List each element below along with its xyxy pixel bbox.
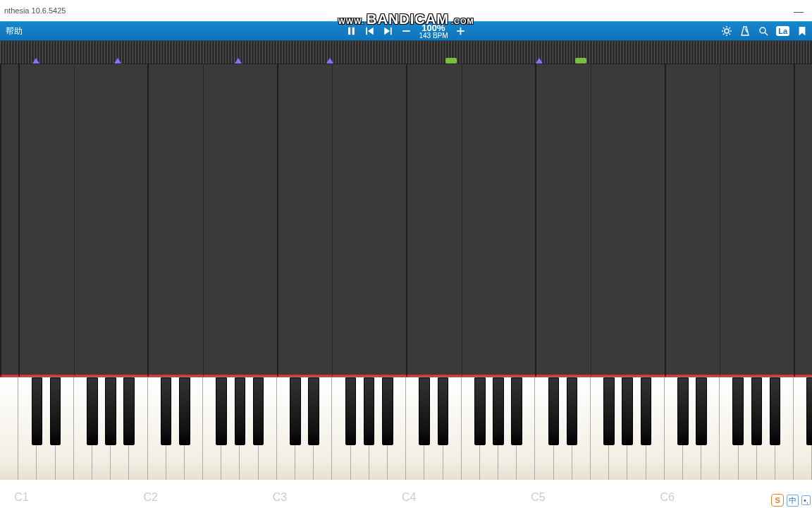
black-key[interactable] [732,377,744,445]
octave-labels: C1C2C3C4C5C6 [0,480,812,508]
black-key[interactable] [806,377,812,445]
notefall-gridline [74,64,75,377]
notefall-area[interactable] [0,64,812,377]
timeline-ruler[interactable] [0,41,812,64]
notefall-gridline [406,64,407,377]
notefall-gridline [0,64,1,377]
minimize-button[interactable]: — [794,6,804,17]
octave-label: C6 [660,491,675,504]
transport-controls: 100% 143 BPM [345,23,466,40]
black-key[interactable] [493,377,504,445]
notefall-gridline [18,64,20,377]
ime-punct[interactable]: •, [801,495,811,505]
black-key[interactable] [308,377,319,445]
svg-line-17 [730,28,731,29]
ruler-note [575,58,586,64]
svg-marker-22 [799,27,806,35]
black-key[interactable] [603,377,615,445]
svg-rect-0 [348,28,350,35]
notefall-gridline [591,64,591,377]
black-key[interactable] [253,377,264,445]
svg-line-14 [723,28,725,29]
black-key[interactable] [474,377,486,445]
notefall-gridline [462,64,462,377]
black-key[interactable] [382,377,393,445]
pause-button[interactable] [345,25,357,37]
ruler-marker [536,58,543,64]
octave-label: C5 [531,491,545,504]
white-keys [0,377,812,480]
svg-rect-1 [352,28,355,35]
prev-button[interactable] [364,25,375,37]
ime-mode[interactable]: 中 [787,495,799,507]
notefall-gridline [277,64,278,377]
svg-rect-8 [460,28,462,35]
ruler-ticks [0,41,812,64]
help-menu[interactable]: 帮助 [0,23,28,40]
white-key[interactable] [0,377,18,480]
black-key[interactable] [438,377,449,445]
svg-line-16 [723,34,725,35]
svg-rect-5 [390,28,392,35]
black-key[interactable] [32,377,43,445]
bookmark-icon[interactable] [796,25,808,37]
octave-label: C3 [273,491,287,504]
tempo-bpm: 143 BPM [419,32,448,40]
svg-line-15 [730,34,731,35]
black-key[interactable] [567,377,578,445]
black-key[interactable] [216,377,227,445]
window-title: nthesia 10.6.5425 [4,6,66,15]
black-key[interactable] [50,377,61,445]
black-key[interactable] [105,377,116,445]
black-key[interactable] [235,377,246,445]
titlebar: nthesia 10.6.5425 — [0,0,812,21]
notefall-gridline [794,64,795,377]
black-key[interactable] [179,377,190,445]
black-key[interactable] [548,377,560,445]
black-key[interactable] [751,377,763,445]
note-name-toggle[interactable]: La [776,26,789,36]
svg-rect-2 [366,28,367,35]
octave-label: C2 [143,491,157,504]
ruler-marker [326,58,333,64]
search-icon[interactable] [758,25,769,37]
tempo-display: 100% 143 BPM [419,23,448,40]
black-key[interactable] [290,377,301,445]
svg-rect-6 [402,30,410,32]
metronome-icon[interactable] [739,25,751,37]
notefall-gridline [203,64,204,377]
svg-point-20 [760,28,765,33]
black-key[interactable] [677,377,689,445]
black-key[interactable] [511,377,522,445]
gear-icon[interactable] [721,25,732,37]
black-key[interactable] [641,377,652,445]
black-key[interactable] [696,377,707,445]
svg-marker-4 [384,28,390,35]
next-button[interactable] [382,25,393,37]
notefall-gridline [147,64,149,377]
black-key[interactable] [345,377,357,445]
tempo-plus-button[interactable] [455,25,467,37]
black-key[interactable] [622,377,633,445]
notefall-gridline [332,64,333,377]
ruler-marker [32,58,39,64]
black-key[interactable] [161,377,172,445]
main-toolbar: 帮助 100% 143 BPM La [0,21,812,41]
svg-marker-18 [742,27,749,35]
ime-sogou-icon[interactable]: S [771,494,784,507]
notefall-gridline [535,64,536,377]
right-tools: La [721,25,808,37]
tempo-minus-button[interactable] [400,25,412,37]
svg-point-9 [725,29,729,33]
ruler-note [445,58,457,64]
black-key[interactable] [123,377,135,445]
svg-line-21 [765,32,768,35]
black-key[interactable] [770,377,781,445]
black-key[interactable] [364,377,375,445]
notefall-gridline [720,64,720,377]
black-key[interactable] [419,377,430,445]
piano-keyboard[interactable] [0,377,812,480]
black-key[interactable] [87,377,98,445]
ime-tray: S 中 •, [771,494,811,507]
octave-label: C1 [14,491,28,504]
